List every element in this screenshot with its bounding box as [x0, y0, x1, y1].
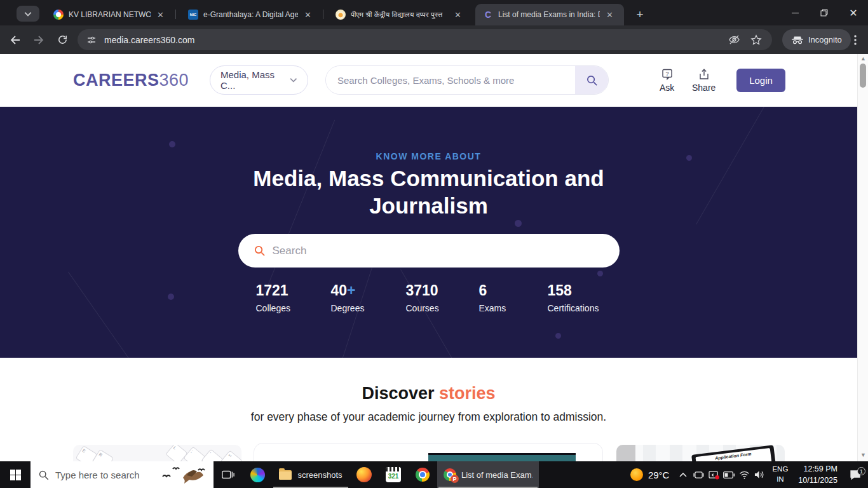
- scrollbar-thumb[interactable]: [860, 64, 866, 88]
- careers360-logo[interactable]: CAREERS360: [73, 71, 189, 90]
- share-button[interactable]: Share: [692, 68, 715, 93]
- header-search-button[interactable]: [575, 66, 608, 94]
- browser-tab-active[interactable]: C List of media Exams in India: Da ✕: [475, 4, 624, 25]
- bookmark-star-icon[interactable]: [750, 34, 762, 46]
- login-button[interactable]: Login: [736, 69, 785, 92]
- display-connect-icon: [709, 470, 719, 480]
- stat-courses: 3710 Courses: [406, 282, 479, 313]
- weather-widget[interactable]: 29°C: [624, 468, 676, 481]
- scroll-up-icon[interactable]: ▲: [860, 56, 866, 62]
- tab-close-icon[interactable]: ✕: [156, 10, 165, 20]
- taskbar-firefox[interactable]: [349, 461, 379, 488]
- browser-menu-icon[interactable]: [846, 31, 864, 49]
- taskbar-explorer-window[interactable]: screenshots: [272, 461, 349, 488]
- hero-search-input[interactable]: [273, 245, 604, 257]
- task-view-button[interactable]: [214, 461, 243, 488]
- browser-tabstrip: KV LIBRARIAN NETWORK 5 FOR ✕ NIC e-Grant…: [0, 0, 868, 25]
- tab-close-icon[interactable]: ✕: [303, 10, 313, 20]
- tab-search-button[interactable]: [17, 6, 39, 22]
- decor-line: [696, 107, 766, 225]
- ask-label: Ask: [660, 83, 674, 93]
- category-selected-value: Media, Mass C...: [220, 69, 290, 91]
- language-region: IN: [772, 475, 788, 485]
- taskbar-clock[interactable]: 12:59 PM 10/11/2025: [793, 463, 843, 486]
- decor-dot: [597, 271, 603, 276]
- discover-heading: Discover stories: [0, 384, 857, 403]
- address-bar[interactable]: media.careers360.com: [78, 29, 772, 50]
- window-minimize-button[interactable]: [785, 5, 804, 20]
- taskbar-active-chrome-window[interactable]: P List of media Exam...: [437, 461, 539, 488]
- new-tab-button[interactable]: +: [632, 6, 648, 23]
- eye-off-icon[interactable]: [728, 34, 740, 46]
- browser-tab-3[interactable]: पीएम श्री केंद्रीय विद्यालय दप्पर पुस्त …: [328, 4, 469, 25]
- share-label: Share: [692, 83, 715, 93]
- story-card-keyboard[interactable]: E R L ; ' ↵: [73, 445, 241, 461]
- search-icon: [586, 74, 598, 86]
- decor-dot: [515, 220, 522, 227]
- discover-subtitle: for every phase of your academic journey…: [0, 410, 857, 424]
- start-button[interactable]: [0, 461, 31, 488]
- application-form-label: Application Form: [715, 452, 752, 461]
- notification-count-badge: 1: [857, 467, 865, 475]
- folder-icon: [279, 470, 292, 480]
- hero-eyebrow: KNOW MORE ABOUT: [0, 151, 857, 161]
- application-form-tablet: Application Form: [691, 445, 776, 461]
- scroll-down-icon[interactable]: ▼: [860, 452, 866, 458]
- logo-light: 360: [159, 71, 189, 90]
- task-view-icon: [222, 469, 234, 480]
- incognito-badge: Incognito: [782, 29, 851, 50]
- copilot-button[interactable]: [243, 461, 272, 488]
- window-restore-button[interactable]: [815, 5, 834, 20]
- taskbar-search[interactable]: [31, 461, 214, 488]
- screen-record-icon: [693, 470, 704, 480]
- tray-network-button[interactable]: [736, 471, 752, 479]
- hero-stats: 1721 Colleges 40+ Degrees 3710 Courses 6…: [238, 282, 620, 313]
- header-search-input[interactable]: [326, 66, 575, 94]
- question-bubble-icon: ?: [661, 68, 674, 81]
- reload-button[interactable]: [53, 31, 71, 49]
- tray-display-button[interactable]: [706, 470, 721, 480]
- site-header: CAREERS360 Media, Mass C... ? Ask Share …: [0, 54, 857, 107]
- browser-tab-1[interactable]: KV LIBRARIAN NETWORK 5 FOR ✕: [46, 4, 172, 25]
- speaker-icon: [754, 470, 765, 479]
- tray-snip-button[interactable]: [691, 470, 706, 480]
- tab-close-icon[interactable]: ✕: [605, 10, 614, 20]
- decor-line: [68, 272, 149, 358]
- card-image: [428, 453, 576, 461]
- windows-logo-icon: [10, 470, 21, 480]
- page-scrollbar[interactable]: ▲ ▼: [857, 54, 868, 461]
- ask-button[interactable]: ? Ask: [660, 68, 674, 93]
- tab-title: e-Granthalaya: A Digital Agenda: [203, 10, 298, 19]
- discover-heading-dark: Discover: [362, 384, 434, 403]
- time-label: 12:59 PM: [798, 463, 837, 475]
- url-text[interactable]: media.careers360.com: [104, 35, 728, 45]
- decor-dot: [169, 141, 175, 147]
- tab-title: KV LIBRARIAN NETWORK 5 FOR: [69, 10, 151, 19]
- story-card-center[interactable]: [254, 444, 602, 461]
- site-settings-icon[interactable]: [86, 35, 97, 45]
- taskbar-chrome[interactable]: [408, 461, 437, 488]
- hero-search: [238, 234, 620, 268]
- discover-heading-orange: stories: [439, 384, 496, 403]
- tray-expand-button[interactable]: [675, 472, 691, 477]
- taskbar-media-player[interactable]: 321: [379, 461, 408, 488]
- window-close-button[interactable]: ✕: [844, 5, 863, 20]
- decor-dot: [168, 294, 174, 300]
- taskbar-search-input[interactable]: [55, 470, 157, 480]
- story-card-application[interactable]: Application Form: [616, 445, 785, 461]
- share-icon: [698, 68, 710, 81]
- temperature-label: 29°C: [648, 470, 670, 480]
- windows-taskbar: screenshots 321 P List of media Exam... …: [0, 461, 868, 488]
- tray-volume-button[interactable]: [752, 470, 767, 479]
- tray-battery-button[interactable]: [721, 471, 736, 478]
- google-icon: [53, 10, 64, 20]
- action-center-button[interactable]: 1: [843, 470, 868, 480]
- stat-certifications: 158 Certifications: [548, 282, 599, 313]
- category-dropdown[interactable]: Media, Mass C...: [210, 65, 308, 95]
- forward-button[interactable]: [30, 31, 48, 49]
- language-indicator[interactable]: ENG IN: [767, 464, 793, 484]
- tab-separator: [323, 10, 323, 19]
- back-button[interactable]: [6, 31, 24, 49]
- browser-tab-2[interactable]: NIC e-Granthalaya: A Digital Agenda ✕: [180, 4, 319, 25]
- tab-close-icon[interactable]: ✕: [453, 10, 463, 20]
